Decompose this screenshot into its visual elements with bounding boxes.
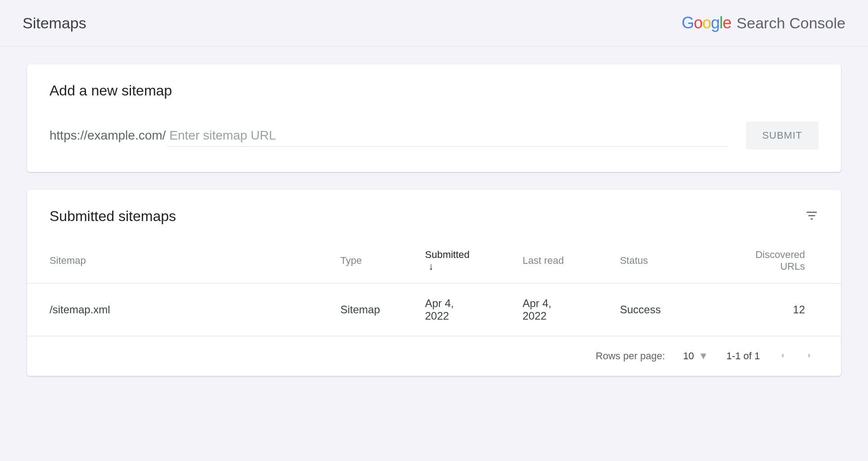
submitted-card-header: Submitted sitemaps — [27, 190, 841, 238]
cell-submitted: Apr 4, 2022 — [402, 284, 500, 336]
add-sitemap-form: https://example.com/ SUBMIT — [27, 113, 841, 172]
sitemaps-table: Sitemap Type Submitted ↓ Last read Statu… — [27, 238, 841, 336]
rows-per-page-label: Rows per page: — [596, 350, 665, 362]
pager-nav — [778, 349, 814, 363]
col-header-submitted[interactable]: Submitted ↓ — [402, 238, 500, 284]
col-header-status[interactable]: Status — [597, 238, 711, 284]
add-sitemap-card: Add a new sitemap https://example.com/ S… — [27, 64, 841, 172]
table-row[interactable]: /sitemap.xml Sitemap Apr 4, 2022 Apr 4, … — [27, 284, 841, 336]
submit-button[interactable]: SUBMIT — [746, 122, 818, 149]
col-header-discovered[interactable]: Discovered URLs — [711, 238, 841, 284]
brand-suffix: Search Console — [737, 14, 845, 32]
page-title: Sitemaps — [23, 14, 86, 32]
filter-icon[interactable] — [805, 209, 818, 224]
cell-sitemap: /sitemap.xml — [27, 284, 318, 336]
table-pager: Rows per page: 10 ▼ 1-1 of 1 — [27, 336, 841, 376]
next-page-button[interactable] — [805, 349, 814, 363]
caret-down-icon: ▼ — [699, 350, 709, 362]
submitted-sitemaps-card: Submitted sitemaps Sitemap Type Submitte… — [27, 190, 841, 376]
col-header-lastread[interactable]: Last read — [500, 238, 597, 284]
cell-type: Sitemap — [318, 284, 402, 336]
sort-arrow-down-icon: ↓ — [429, 261, 434, 272]
pager-range: 1-1 of 1 — [726, 350, 760, 362]
cell-status: Success — [597, 284, 711, 336]
google-logo: Google — [682, 14, 731, 32]
prev-page-button[interactable] — [778, 349, 787, 363]
submitted-card-title: Submitted sitemaps — [50, 208, 176, 225]
col-header-type[interactable]: Type — [318, 238, 402, 284]
page-header: Sitemaps Google Search Console — [0, 0, 868, 46]
sitemap-url-input[interactable] — [167, 125, 728, 147]
table-header-row: Sitemap Type Submitted ↓ Last read Statu… — [27, 238, 841, 284]
content-area: Add a new sitemap https://example.com/ S… — [0, 46, 868, 412]
cell-lastread: Apr 4, 2022 — [500, 284, 597, 336]
rows-per-page-select[interactable]: 10 ▼ — [683, 350, 708, 362]
col-header-sitemap[interactable]: Sitemap — [27, 238, 318, 284]
add-card-header: Add a new sitemap — [27, 64, 841, 113]
cell-discovered: 12 — [711, 284, 841, 336]
url-prefix: https://example.com/ — [50, 128, 167, 143]
col-header-submitted-label: Submitted — [425, 249, 470, 260]
brand: Google Search Console — [682, 14, 845, 32]
rows-per-page-value: 10 — [683, 350, 694, 362]
add-card-title: Add a new sitemap — [50, 82, 172, 99]
